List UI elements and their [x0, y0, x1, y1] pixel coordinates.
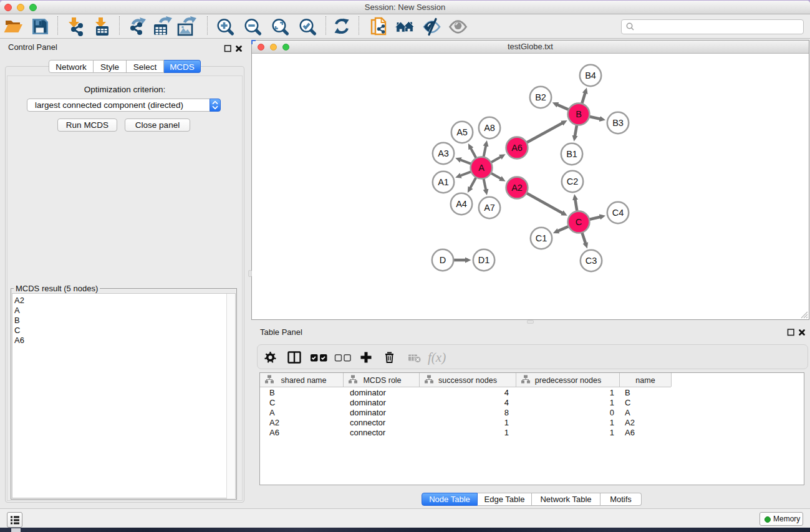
- svg-text:B2: B2: [535, 92, 546, 102]
- svg-text:C3: C3: [586, 256, 597, 266]
- svg-text:f(x): f(x): [428, 350, 446, 365]
- svg-text:0: 0: [610, 408, 614, 417]
- svg-text:successor nodes: successor nodes: [438, 376, 497, 385]
- svg-text:A2: A2: [511, 183, 523, 193]
- svg-text:1: 1: [504, 428, 509, 437]
- svg-text:8: 8: [504, 408, 509, 417]
- svg-text:B: B: [269, 388, 275, 397]
- svg-text:A8: A8: [484, 123, 495, 133]
- svg-text:D: D: [440, 255, 446, 265]
- svg-text:A6: A6: [269, 428, 279, 437]
- svg-text:dominator: dominator: [350, 398, 386, 407]
- svg-text:A5: A5: [456, 127, 468, 137]
- svg-text:A3: A3: [438, 148, 449, 158]
- svg-text:D1: D1: [478, 255, 490, 265]
- svg-text:B1: B1: [566, 149, 577, 159]
- svg-text:A: A: [625, 408, 630, 417]
- svg-text:A: A: [269, 408, 275, 417]
- svg-text:C: C: [576, 217, 582, 227]
- svg-text:C: C: [269, 398, 275, 407]
- svg-text:C2: C2: [567, 177, 579, 186]
- svg-text:shared name: shared name: [281, 376, 327, 385]
- svg-text:A6: A6: [511, 143, 523, 153]
- svg-text:1: 1: [610, 418, 614, 427]
- svg-text:MCDS role: MCDS role: [363, 376, 401, 385]
- svg-text:C: C: [625, 398, 630, 407]
- svg-text:1: 1: [610, 428, 614, 437]
- svg-text:B3: B3: [612, 118, 624, 128]
- svg-text:predecessor nodes: predecessor nodes: [535, 376, 601, 385]
- svg-text:A2: A2: [625, 418, 635, 427]
- svg-text:A7: A7: [484, 203, 495, 213]
- svg-text:name: name: [635, 376, 655, 385]
- svg-text:4: 4: [504, 398, 509, 407]
- svg-text:dominator: dominator: [350, 388, 386, 397]
- svg-text:B4: B4: [585, 70, 596, 80]
- svg-text:C1: C1: [536, 233, 547, 243]
- svg-text:A6: A6: [625, 428, 635, 437]
- svg-text:1: 1: [504, 418, 509, 427]
- svg-text:A: A: [478, 163, 485, 173]
- svg-text:C4: C4: [612, 208, 624, 218]
- svg-text:dominator: dominator: [350, 408, 386, 417]
- svg-text:A1: A1: [438, 177, 449, 187]
- svg-text:B: B: [576, 109, 582, 119]
- svg-text:A4: A4: [456, 199, 467, 209]
- svg-text:1: 1: [610, 388, 614, 397]
- svg-text:4: 4: [504, 388, 509, 397]
- svg-text:1: 1: [610, 398, 614, 407]
- svg-text:A2: A2: [269, 418, 279, 427]
- svg-text:B: B: [625, 388, 630, 397]
- svg-text:connector: connector: [350, 428, 386, 437]
- svg-text:connector: connector: [350, 418, 386, 427]
